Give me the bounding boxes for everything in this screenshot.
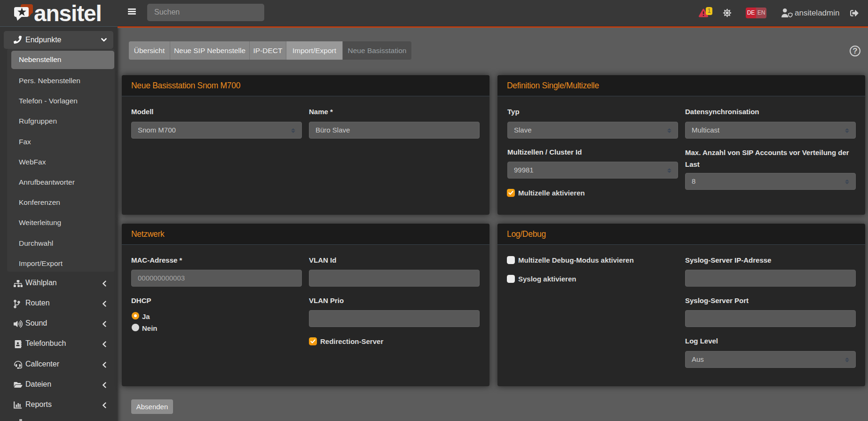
svg-text:ansitel: ansitel [34,1,102,26]
